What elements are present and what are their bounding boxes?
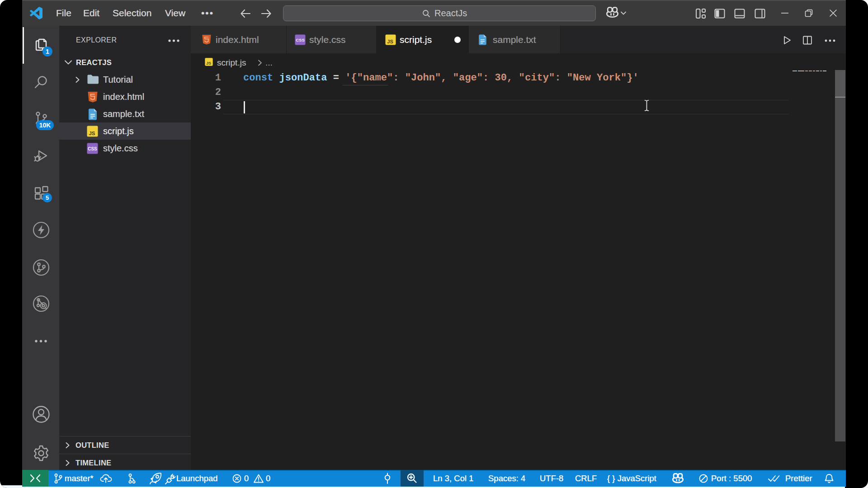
svg-text:CSS: CSS [296, 38, 305, 42]
svg-text:JS: JS [89, 131, 95, 136]
svg-text:CSS: CSS [88, 146, 97, 151]
svg-text:JS: JS [206, 61, 211, 66]
svg-text:JS: JS [387, 39, 393, 44]
